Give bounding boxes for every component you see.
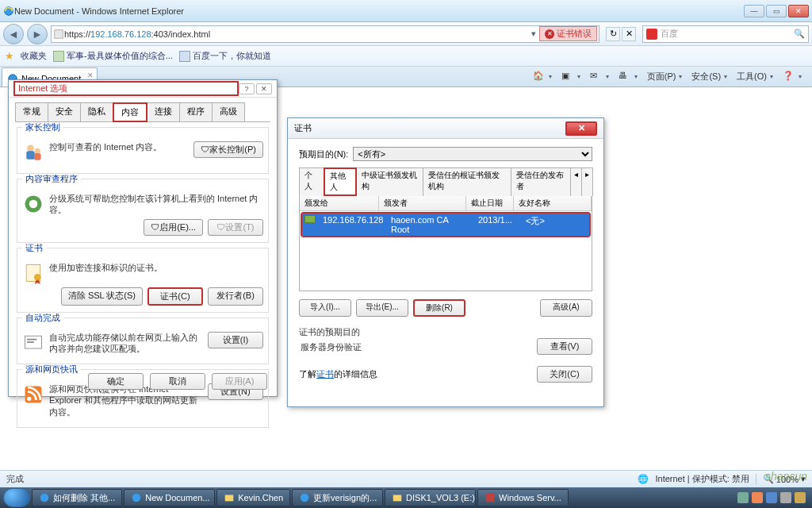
certs-label: 证书	[22, 242, 46, 254]
cert-close-button-bottom[interactable]: 关闭(C)	[537, 366, 592, 383]
folder-icon	[224, 492, 235, 503]
safety-menu[interactable]: 安全(S)	[689, 69, 730, 84]
back-button[interactable]: ◄	[3, 24, 24, 44]
window-titlebar: New Document - Windows Internet Explorer…	[0, 0, 812, 22]
search-box[interactable]: 百度 🔍	[642, 25, 809, 43]
tab-general[interactable]: 常规	[15, 102, 48, 122]
tray-icon[interactable]	[766, 492, 777, 503]
svg-point-19	[301, 494, 309, 502]
ie-icon	[3, 6, 14, 17]
forward-button[interactable]: ►	[27, 24, 48, 44]
tab-programs[interactable]: 程序	[179, 102, 213, 122]
cert-advanced-button[interactable]: 高级(A)	[540, 299, 592, 317]
cancel-button[interactable]: 取消	[150, 373, 205, 390]
options-help-button[interactable]: ?	[239, 83, 255, 94]
tab-content[interactable]: 内容	[113, 102, 147, 122]
taskbar-item-4[interactable]: 更新verisign的...	[292, 489, 383, 506]
tab-connections[interactable]: 连接	[147, 102, 180, 122]
svg-rect-5	[26, 151, 35, 160]
taskbar-item-1[interactable]: 如何删除 其他...	[32, 489, 122, 506]
advisor-enable-button[interactable]: 🛡启用(E)...	[144, 219, 203, 236]
ie-icon	[131, 492, 142, 503]
autocomplete-settings-button[interactable]: 设置(I)	[208, 332, 263, 348]
import-button[interactable]: 导入(I)...	[299, 299, 351, 317]
favorites-star-icon[interactable]: ★	[5, 50, 14, 62]
cert-close-button[interactable]: ✕	[565, 121, 597, 136]
page-menu[interactable]: 页面(P)	[645, 69, 685, 84]
col-expires[interactable]: 截止日期	[466, 196, 514, 210]
error-icon: ✕	[545, 29, 554, 39]
cert-tab-intermediate[interactable]: 中级证书颁发机构	[356, 167, 423, 196]
tools-menu[interactable]: 工具(O)	[734, 69, 776, 84]
purpose-select[interactable]: <所有>	[353, 147, 592, 161]
advisor-settings-button: 🛡设置(T)	[208, 219, 263, 236]
stop-button[interactable]: ✕	[622, 27, 636, 41]
publishers-button[interactable]: 发行者(B)	[208, 287, 263, 306]
remove-button[interactable]: 删除(R)	[413, 299, 465, 317]
window-minimize-button[interactable]: —	[744, 5, 764, 17]
favicon-1	[53, 51, 64, 62]
system-tray[interactable]	[737, 492, 809, 503]
view-button[interactable]: 查看(V)	[537, 338, 592, 355]
autocomplete-icon	[22, 332, 44, 354]
feeds-button[interactable]: ▣	[559, 69, 583, 85]
cert-tab-others[interactable]: 其他人	[324, 167, 358, 196]
favorites-label[interactable]: 收藏夹	[21, 50, 47, 62]
learn-link[interactable]: 证书	[316, 369, 334, 379]
svg-point-16	[40, 494, 49, 502]
tab-privacy[interactable]: 隐私	[80, 102, 113, 122]
col-friendly[interactable]: 友好名称	[514, 196, 592, 210]
taskbar-item-5[interactable]: DISK1_VOL3 (E:)	[385, 489, 476, 506]
start-button[interactable]	[3, 488, 30, 507]
col-issuer[interactable]: 颁发者	[379, 196, 466, 210]
dropdown-icon[interactable]: ▾	[531, 29, 536, 39]
svg-point-17	[132, 494, 141, 502]
cert-tab-personal[interactable]: 个人	[299, 167, 324, 196]
taskbar-item-6[interactable]: Windows Serv...	[477, 489, 569, 506]
favorite-link-1[interactable]: 军事-最具媒体价值的综合...	[53, 50, 173, 62]
tray-icon[interactable]	[737, 492, 749, 503]
cert-tab-trusted-publishers[interactable]: 受信任的发布者	[511, 167, 571, 196]
certificate-error-badge[interactable]: ✕ 证书错误	[539, 26, 597, 41]
address-bar[interactable]: https://192.168.76.128:403/index.html ▾ …	[51, 25, 599, 43]
cert-titlebar: 证书 ✕	[288, 118, 603, 139]
cert-list-row[interactable]: 192.168.76.128 haoen.com CA Root 2013/1.…	[302, 214, 589, 236]
tab-advanced[interactable]: 高级	[212, 102, 245, 122]
tray-icon[interactable]	[795, 492, 806, 503]
options-close-button[interactable]: ✕	[256, 83, 272, 94]
parental-controls-button[interactable]: 🛡家长控制(P)	[193, 141, 263, 158]
search-icon[interactable]: 🔍	[794, 29, 805, 39]
parental-text: 控制可查看的 Internet 内容。	[49, 141, 189, 152]
certificates-button[interactable]: 证书(C)	[147, 287, 203, 306]
mail-icon: ✉	[590, 71, 603, 83]
purposes-header: 证书的预期目的	[299, 326, 592, 338]
apply-button: 应用(A)	[212, 373, 267, 390]
purposes-text: 服务器身份验证	[301, 341, 362, 353]
export-button[interactable]: 导出(E)...	[356, 299, 408, 317]
cert-tab-trusted-root[interactable]: 受信任的根证书颁发机构	[423, 167, 511, 196]
taskbar-item-2[interactable]: New Documen...	[124, 489, 215, 506]
tab-close-button[interactable]: ✕	[87, 71, 94, 79]
cert-tab-scroll-right[interactable]: ▸	[581, 167, 593, 196]
cert-tab-scroll-left[interactable]: ◂	[570, 167, 582, 196]
print-button[interactable]: 🖶	[616, 69, 640, 85]
favorite-link-2[interactable]: 百度一下，你就知道	[179, 50, 271, 62]
clear-ssl-button[interactable]: 清除 SSL 状态(S)	[61, 287, 143, 306]
mail-button[interactable]: ✉	[588, 69, 611, 85]
home-button[interactable]: 🏠	[530, 69, 554, 85]
options-titlebar: Internet 选项 ? ✕	[9, 80, 277, 98]
tab-security[interactable]: 安全	[48, 102, 81, 122]
window-close-button[interactable]: ✕	[788, 5, 809, 17]
refresh-button[interactable]: ↻	[606, 27, 620, 41]
window-maximize-button[interactable]: ▭	[766, 5, 787, 17]
cert-footer: 了解证书的详细信息 关闭(C)	[299, 366, 592, 383]
help-menu[interactable]: ❓	[780, 69, 804, 85]
purpose-label: 预期目的(N):	[299, 148, 348, 160]
cell-issuer: haoen.com CA Root	[386, 214, 473, 235]
ok-button[interactable]: 确定	[88, 373, 144, 390]
tray-icon[interactable]	[780, 492, 791, 503]
tray-icon[interactable]	[752, 492, 763, 503]
taskbar-item-3[interactable]: Kevin.Chen	[216, 489, 290, 506]
svg-rect-13	[27, 341, 34, 343]
col-issued-to[interactable]: 颁发给	[300, 196, 379, 210]
